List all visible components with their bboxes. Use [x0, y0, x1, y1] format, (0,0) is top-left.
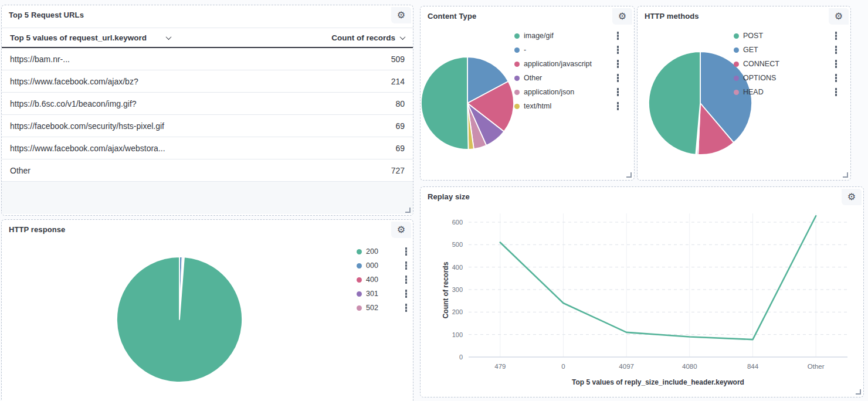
- table-row[interactable]: https://www.facebook.com/ajax/bz?214: [2, 70, 413, 93]
- table-row[interactable]: https://b.6sc.co/v1/beacon/img.gif?80: [2, 93, 413, 115]
- legend-label[interactable]: Other: [524, 74, 542, 82]
- legend-label[interactable]: CONNECT: [743, 60, 779, 68]
- legend-label[interactable]: 200: [366, 247, 378, 256]
- legend-actions-icon[interactable]: [404, 288, 409, 299]
- count-cell[interactable]: 80: [395, 99, 405, 108]
- panel-title[interactable]: HTTP response: [9, 225, 65, 234]
- legend-label[interactable]: 000: [366, 261, 378, 270]
- legend-actions-icon[interactable]: [616, 30, 621, 41]
- legend-item[interactable]: HEAD: [734, 85, 838, 99]
- pie-slice[interactable]: [117, 257, 242, 382]
- panel-http-response: HTTP response ⚙ 200000400301502: [1, 219, 413, 401]
- count-cell[interactable]: 509: [391, 55, 405, 64]
- legend-label[interactable]: 502: [366, 304, 378, 312]
- legend-item[interactable]: POST: [734, 29, 838, 43]
- table-row[interactable]: https://facebook.com/security/hsts-pixel…: [2, 115, 413, 137]
- panel-http-methods: HTTP methods ⚙ POSTGETCONNECTOPTIONSHEAD: [637, 6, 851, 181]
- legend-item[interactable]: GET: [734, 43, 838, 57]
- pie-slice[interactable]: [421, 57, 468, 149]
- panel-settings-button[interactable]: ⚙: [391, 222, 411, 238]
- svg-text:4097: 4097: [619, 363, 634, 370]
- url-cell[interactable]: https://facebook.com/security/hsts-pixel…: [10, 121, 164, 131]
- legend-actions-icon[interactable]: [616, 59, 621, 69]
- http-methods-legend: POSTGETCONNECTOPTIONSHEAD: [734, 29, 838, 99]
- legend-item[interactable]: 301: [357, 287, 408, 301]
- table-footer-area: [2, 182, 413, 214]
- legend-label[interactable]: application/json: [524, 88, 574, 96]
- content-type-pie-chart[interactable]: [421, 56, 514, 150]
- count-cell[interactable]: 214: [391, 77, 405, 86]
- legend-label[interactable]: 400: [366, 276, 378, 284]
- gear-icon: ⚙: [397, 11, 405, 20]
- panel-title[interactable]: Top 5 Request URLs: [9, 11, 84, 19]
- legend-item[interactable]: OPTIONS: [734, 71, 838, 85]
- pie-slice[interactable]: [649, 52, 700, 155]
- count-cell[interactable]: 69: [395, 121, 405, 131]
- legend-label[interactable]: POST: [743, 32, 763, 40]
- table-row[interactable]: https://www.facebook.com/ajax/webstora..…: [2, 137, 413, 159]
- panel-resize-handle[interactable]: [405, 208, 411, 213]
- panel-settings-button[interactable]: ⚙: [391, 7, 411, 23]
- legend-color-dot: [734, 47, 739, 53]
- panel-top-request-urls: Top 5 Request URLs ⚙ Top 5 values of req…: [1, 5, 413, 216]
- panel-settings-button[interactable]: ⚙: [829, 8, 849, 25]
- legend-actions-icon[interactable]: [834, 59, 839, 69]
- legend-actions-icon[interactable]: [404, 246, 409, 257]
- count-cell[interactable]: 727: [391, 166, 405, 175]
- legend-label[interactable]: text/html: [524, 102, 551, 110]
- legend-actions-icon[interactable]: [404, 274, 409, 285]
- legend-actions-icon[interactable]: [616, 73, 621, 83]
- legend-item[interactable]: 400: [357, 273, 408, 287]
- legend-item[interactable]: image/gif: [514, 29, 620, 43]
- column-header-url[interactable]: Top 5 values of request_url.keyword: [10, 33, 171, 42]
- legend-actions-icon[interactable]: [616, 87, 621, 97]
- legend-label[interactable]: -: [524, 46, 526, 54]
- legend-item[interactable]: application/javascript: [514, 57, 620, 71]
- column-header-count[interactable]: Count of records: [331, 33, 405, 42]
- legend-label[interactable]: application/javascript: [524, 60, 592, 68]
- kibana-dashboard: { "colors": { "green": "#54B399", "blue"…: [0, 0, 868, 401]
- svg-text:600: 600: [452, 219, 463, 226]
- table-row[interactable]: Other727: [2, 159, 413, 182]
- url-cell[interactable]: https://b.6sc.co/v1/beacon/img.gif?: [10, 99, 137, 108]
- table-row[interactable]: https://bam.nr-...509: [2, 48, 413, 70]
- panel-title[interactable]: Content Type: [428, 12, 476, 21]
- legend-item[interactable]: 200: [357, 244, 408, 259]
- legend-actions-icon[interactable]: [834, 73, 839, 83]
- legend-item[interactable]: application/json: [514, 85, 620, 99]
- legend-label[interactable]: 301: [366, 290, 378, 298]
- http-response-pie-chart[interactable]: [116, 256, 243, 383]
- legend-label[interactable]: image/gif: [524, 32, 554, 40]
- replay-size-line-chart[interactable]: 0100200300400500600479040974080844Other: [421, 187, 864, 398]
- legend-item[interactable]: CONNECT: [734, 57, 838, 71]
- panel-settings-button[interactable]: ⚙: [612, 8, 632, 25]
- svg-text:400: 400: [452, 264, 463, 271]
- url-cell[interactable]: https://www.facebook.com/ajax/bz?: [10, 77, 138, 86]
- url-cell[interactable]: https://www.facebook.com/ajax/webstora..…: [10, 144, 165, 153]
- legend-actions-icon[interactable]: [834, 87, 839, 97]
- legend-item[interactable]: 000: [357, 259, 408, 273]
- url-cell[interactable]: Other: [10, 166, 30, 175]
- legend-color-dot: [357, 277, 362, 283]
- panel-resize-handle[interactable]: [626, 172, 632, 178]
- legend-actions-icon[interactable]: [834, 45, 839, 55]
- legend-actions-icon[interactable]: [404, 303, 409, 313]
- panel-title[interactable]: HTTP methods: [645, 12, 699, 21]
- legend-actions-icon[interactable]: [616, 101, 621, 111]
- legend-actions-icon[interactable]: [404, 260, 409, 271]
- panel-resize-handle[interactable]: [856, 389, 861, 395]
- legend-label[interactable]: OPTIONS: [743, 74, 776, 82]
- legend-item[interactable]: 502: [357, 301, 408, 315]
- legend-color-dot: [734, 76, 739, 81]
- legend-item[interactable]: text/html: [514, 99, 620, 113]
- panel-resize-handle[interactable]: [843, 172, 848, 178]
- url-cell[interactable]: https://bam.nr-...: [10, 55, 70, 64]
- legend-actions-icon[interactable]: [834, 30, 839, 41]
- legend-label[interactable]: HEAD: [743, 88, 764, 96]
- legend-item[interactable]: -: [514, 43, 620, 57]
- legend-actions-icon[interactable]: [616, 45, 621, 55]
- legend-color-dot: [357, 263, 362, 269]
- legend-item[interactable]: Other: [514, 71, 620, 85]
- count-cell[interactable]: 69: [395, 144, 405, 153]
- legend-label[interactable]: GET: [743, 46, 758, 54]
